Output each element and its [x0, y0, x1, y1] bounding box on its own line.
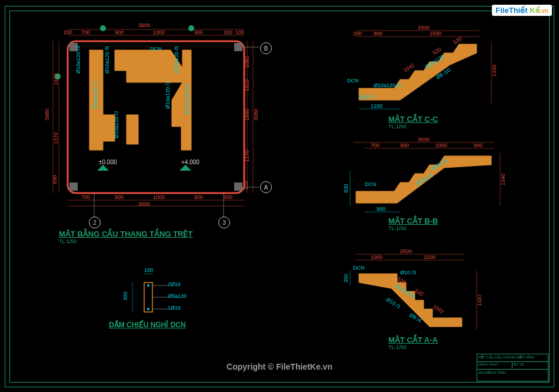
cc-title: MẶT CẮT C-C	[388, 115, 438, 124]
plan-title: MẶT BẰNG CẦU THANG TẦNG TRỆT	[59, 230, 192, 238]
section-cc: 2500 200 800 1500 1330 1100 520 520 1042…	[341, 24, 530, 129]
dim-left-total: 3980	[44, 109, 50, 121]
bb-ts2: 1000	[435, 142, 447, 148]
rebar-v5: Ø10a120 /1	[165, 81, 171, 109]
dim-ls0: 1920	[53, 74, 59, 85]
svg-rect-4	[234, 182, 242, 191]
bb-lh: 830	[343, 184, 349, 192]
dcn-section: 100 300 2Ø16 Ø6a120 1Ø16 DẦM CHIẾU NGHỈ …	[88, 259, 235, 365]
section-bb: 3500 700 900 1000 900 900 1340 830 Ø10a …	[341, 135, 530, 230]
level-0: ±0.000	[99, 159, 117, 165]
svg-point-14	[188, 25, 194, 31]
dim-bs3: 900	[194, 194, 203, 200]
grid-3: 3	[218, 217, 230, 228]
cc-ts1: 800	[374, 31, 382, 36]
rebar-v4: Ø10a120 /7	[114, 111, 119, 138]
rebar-v2: Ø10a120 /2	[92, 81, 98, 109]
dim-rs0: 1082	[244, 56, 250, 68]
dim-ts1: 700	[81, 29, 90, 35]
grid-b: B	[260, 42, 272, 54]
dim-bot-total: 3600	[138, 201, 150, 207]
grid-a: A	[260, 181, 272, 193]
tb-r1l: NGÀY GIAO	[478, 363, 513, 368]
cc-top-total: 2500	[418, 25, 430, 31]
rebar-v3: Ø10a120 /5	[104, 46, 110, 74]
cc-ts0: 200	[353, 31, 362, 36]
dim-right-total: 3980	[253, 109, 259, 121]
dcn-title: DẦM CHIẾU NGHỈ DCN	[109, 321, 186, 329]
rebar-v1: Ø10a120 /3	[75, 46, 81, 74]
grid-2: 2	[89, 217, 101, 228]
dim-rs4: 1170	[244, 150, 250, 162]
titleblock: KẾT CẤU CẦU THANG ĐIỂN HÌNH NGÀY GIAO BV…	[477, 354, 548, 381]
aa-ts1: 1500	[424, 254, 435, 260]
dcn-rtop: 2Ø16	[168, 281, 181, 287]
bb-dcn: DCN	[365, 181, 377, 187]
cc-bs: 1100	[371, 103, 382, 109]
plan-view: B A 2 3 3600 200 700 900 1000 900 200 10…	[35, 24, 259, 235]
cc-r8: Ø10a120 /8	[374, 82, 401, 88]
svg-point-35	[147, 308, 149, 310]
bb-rh: 1340	[500, 174, 506, 185]
svg-rect-2	[234, 43, 242, 51]
dcn-rmid: Ø6a120	[168, 293, 187, 299]
dim-ts4: 900	[194, 29, 203, 35]
aa-dcn: DCN	[353, 265, 365, 271]
svg-point-34	[147, 284, 149, 287]
aa-title: MẶT CẮT A-A	[388, 335, 438, 344]
dim-bs2: 1000	[153, 194, 165, 200]
bb-scale: TL:1/50	[388, 225, 438, 231]
logo-watermark: FileThiết Kế.vn	[492, 5, 552, 16]
bb-ts1: 900	[400, 142, 409, 148]
dim-ls2: 690	[52, 175, 58, 184]
svg-point-13	[100, 25, 106, 31]
bb-ts3: 900	[474, 142, 483, 148]
dim-bs4: 200	[224, 194, 232, 200]
aa-ts0: 1000	[371, 254, 382, 260]
dim-ts0: 200	[64, 29, 72, 35]
dim-bs1: 900	[115, 194, 124, 200]
bb-bs: 900	[377, 206, 385, 212]
dim-rs3: 1590	[244, 109, 250, 121]
cc-scale: TL:1/50	[388, 124, 438, 129]
watermark: Copyright © FileThietKe.vn	[227, 362, 332, 371]
aa-scale: TL:1/50	[388, 344, 438, 350]
tb-r2: 20A ĐỒNG VĨNH	[478, 370, 505, 376]
svg-rect-33	[144, 283, 152, 312]
dim-rs1: 1610	[244, 79, 250, 91]
cc-rh: 1330	[491, 65, 497, 77]
dim-rs5: 220	[243, 181, 249, 190]
cc-ts2: 1500	[430, 31, 441, 36]
rebar-dcn: DCN	[150, 46, 162, 52]
tb-project: KẾT CẤU CẦU THANG ĐIỂN HÌNH	[478, 355, 534, 361]
cc-r7: Ø10 /7	[359, 94, 375, 100]
rebar-v6: Ø10a120 /5	[174, 46, 179, 74]
tb-r1r: BV: 02	[513, 363, 547, 368]
dim-ts5: 200	[224, 29, 232, 35]
cc-dcn: DCN	[347, 78, 359, 84]
bb-top-total: 3500	[418, 137, 430, 142]
dim-ts3: 1000	[153, 29, 165, 35]
bb-title: MẶT CẮT B-B	[388, 217, 438, 225]
aa-rh: 1437	[477, 294, 483, 306]
level-4: +4.000	[181, 159, 199, 165]
aa-top-total: 2500	[400, 248, 412, 254]
dcn-svg	[88, 259, 235, 365]
dcn-w: 100	[144, 267, 153, 273]
dim-ts6: 100	[235, 29, 244, 35]
section-aa: 2500 1000 1500 1437 350 520 520 1042 Ø10…	[341, 247, 530, 353]
plan-scale: TL:1/50	[59, 238, 192, 244]
aa-r4: Ø10 /3	[400, 270, 416, 275]
dim-ts2: 900	[115, 29, 124, 35]
dcn-h: 300	[122, 291, 128, 300]
dim-bs0: 700	[81, 194, 90, 200]
rebar-v7: Ø10a120 /10	[184, 84, 190, 115]
svg-rect-3	[69, 182, 78, 191]
aa-lh: 350	[343, 274, 349, 283]
bb-ts0: 700	[371, 142, 380, 148]
dcn-rbot: 1Ø16	[168, 305, 181, 311]
dim-ls1: 1370	[53, 132, 59, 144]
dim-top-total: 3600	[138, 22, 150, 28]
